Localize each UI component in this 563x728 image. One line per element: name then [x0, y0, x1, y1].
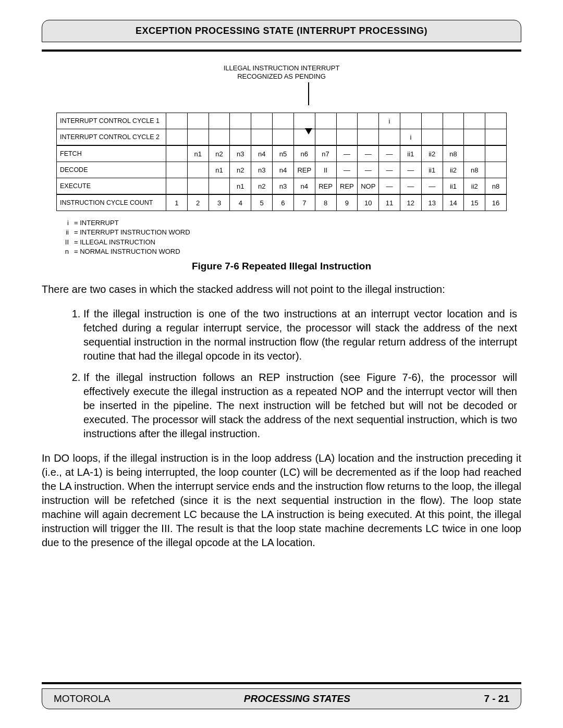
row-label: INSTRUCTION CYCLE COUNT: [57, 194, 166, 211]
cell: 3: [209, 194, 230, 211]
page-footer: MOTOROLA PROCESSING STATES 7 - 21: [42, 688, 521, 709]
cell: [379, 129, 400, 146]
cell: 9: [336, 194, 358, 211]
cell: n3: [251, 162, 273, 178]
cell: n8: [485, 178, 507, 195]
cell: [315, 129, 336, 146]
legend: i= INTERRUPTii= INTERRUPT INSTRUCTION WO…: [56, 218, 521, 256]
cell: —: [379, 145, 400, 162]
cell: —: [379, 162, 400, 178]
table-row: INSTRUCTION CYCLE COUNT12345678910111213…: [57, 194, 507, 211]
annotation-line1: ILLEGAL INSTRUCTION INTERRUPT: [224, 64, 340, 72]
cell: [464, 145, 485, 162]
cell: 1: [166, 194, 188, 211]
cell: n2: [230, 162, 251, 178]
legend-desc: = INTERRUPT INSTRUCTION WORD: [74, 228, 190, 237]
cell: n8: [464, 162, 485, 178]
legend-desc: = NORMAL INSTRUCTION WORD: [74, 247, 180, 256]
cell: [187, 113, 209, 129]
cell: II: [315, 162, 336, 178]
cell: 10: [358, 194, 379, 211]
row-label: INTERRUPT CONTROL CYCLE 1: [57, 113, 166, 129]
cell: i: [400, 129, 421, 146]
cell: —: [336, 145, 358, 162]
legend-symbol: ii: [56, 228, 74, 237]
cell: ii2: [464, 178, 485, 195]
cell: [358, 129, 379, 146]
cell: [251, 129, 273, 146]
cell: [443, 129, 464, 146]
cell: ii1: [400, 145, 421, 162]
row-label: INTERRUPT CONTROL CYCLE 2: [57, 129, 166, 146]
cell: [166, 178, 188, 195]
cell: 13: [421, 194, 443, 211]
cell: 11: [379, 194, 400, 211]
legend-symbol: i: [56, 218, 74, 228]
legend-row: i= INTERRUPT: [56, 218, 521, 228]
table-row: DECODEn1n2n3n4REPII————ii1ii2n8: [57, 162, 507, 178]
list-item: If the illegal instruction follows an RE…: [83, 371, 521, 441]
legend-row: II= ILLEGAL INSTRUCTION: [56, 238, 521, 247]
legend-row: n= NORMAL INSTRUCTION WORD: [56, 247, 521, 256]
cell: 4: [230, 194, 251, 211]
cell: 8: [315, 194, 336, 211]
cell: 12: [400, 194, 421, 211]
cell: [358, 113, 379, 129]
cell: [336, 129, 358, 146]
footer-left: MOTOROLA: [54, 693, 110, 705]
table-row: EXECUTEn1n2n3n4REPREPNOP———ii1ii2n8: [57, 178, 507, 195]
cell: [187, 129, 209, 146]
cell: [336, 113, 358, 129]
footer-right: 7 - 21: [484, 693, 509, 705]
cell: 7: [293, 194, 315, 211]
cell: —: [400, 162, 421, 178]
cell: 16: [485, 194, 507, 211]
cell: [166, 145, 188, 162]
cell: n1: [209, 162, 230, 178]
cell: 5: [251, 194, 273, 211]
cell: [464, 113, 485, 129]
cell: [166, 113, 188, 129]
cell: —: [379, 178, 400, 195]
cell: REP: [293, 162, 315, 178]
cell: i: [379, 113, 400, 129]
cell: n2: [209, 145, 230, 162]
cell: [209, 178, 230, 195]
cell: n3: [230, 145, 251, 162]
cell: n1: [230, 178, 251, 195]
cell: [443, 113, 464, 129]
cell: n5: [273, 145, 294, 162]
cell: [166, 162, 188, 178]
cell: [421, 129, 443, 146]
cell: —: [421, 178, 443, 195]
cell: —: [336, 162, 358, 178]
cell: n6: [293, 145, 315, 162]
cell: n3: [273, 178, 294, 195]
legend-symbol: II: [56, 238, 74, 247]
cell: [166, 129, 188, 146]
cell: [485, 145, 507, 162]
table-row: FETCHn1n2n3n4n5n6n7———ii1ii2n8: [57, 145, 507, 162]
cell: n4: [293, 178, 315, 195]
cell: n7: [315, 145, 336, 162]
cell: n4: [251, 145, 273, 162]
cell: 2: [187, 194, 209, 211]
rule-top: [42, 50, 521, 52]
cell: [273, 129, 294, 146]
cell: —: [358, 162, 379, 178]
annotation-line2: RECOGNIZED AS PENDING: [237, 72, 326, 80]
cell: [485, 129, 507, 146]
figure-caption: Figure 7-6 Repeated Illegal Instruction: [42, 261, 521, 272]
cell: [315, 113, 336, 129]
list-item: If the illegal instruction is one of the…: [83, 307, 521, 363]
cell: NOP: [358, 178, 379, 195]
cell: [485, 113, 507, 129]
cell: n8: [443, 145, 464, 162]
arrow-down-icon: [298, 82, 319, 112]
cell: n1: [187, 145, 209, 162]
cell: [400, 113, 421, 129]
cell: —: [400, 178, 421, 195]
cell: [187, 162, 209, 178]
cell: ii1: [443, 178, 464, 195]
cell: 6: [273, 194, 294, 211]
